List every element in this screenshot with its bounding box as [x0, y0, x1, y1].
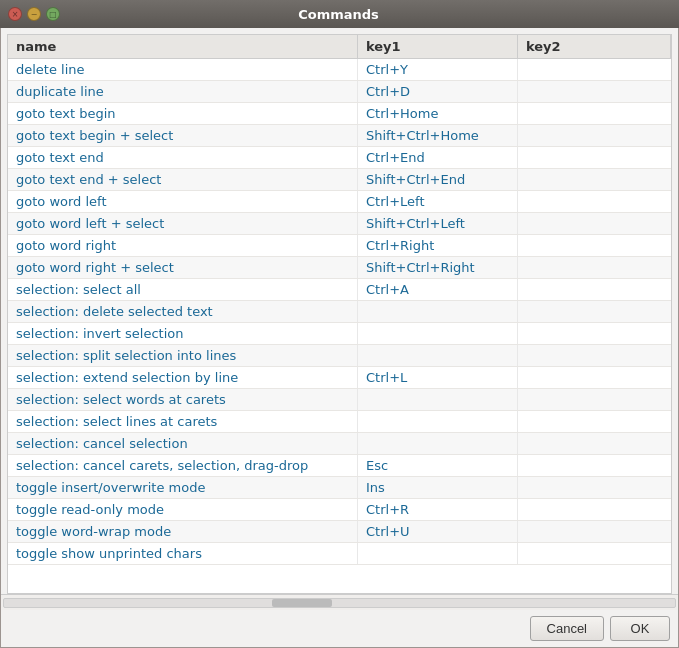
cell-name: goto text begin + select: [8, 125, 358, 146]
cell-key1: Ctrl+R: [358, 499, 518, 520]
cell-key2: [518, 81, 671, 102]
cell-key1: [358, 411, 518, 432]
close-button[interactable]: ×: [8, 7, 22, 21]
cell-name: selection: cancel selection: [8, 433, 358, 454]
cell-name: goto word left + select: [8, 213, 358, 234]
title-bar: × − □ Commands: [0, 0, 679, 28]
table-row[interactable]: goto word rightCtrl+Right: [8, 235, 671, 257]
table-row[interactable]: goto text begin + selectShift+Ctrl+Home: [8, 125, 671, 147]
cell-key2: [518, 213, 671, 234]
cell-name: toggle show unprinted chars: [8, 543, 358, 564]
cell-key1: Ins: [358, 477, 518, 498]
cell-key1: Ctrl+Home: [358, 103, 518, 124]
table-row[interactable]: toggle show unprinted chars: [8, 543, 671, 565]
maximize-button[interactable]: □: [46, 7, 60, 21]
table-row[interactable]: selection: select words at carets: [8, 389, 671, 411]
cell-key1: Ctrl+Right: [358, 235, 518, 256]
cell-key2: [518, 59, 671, 80]
cell-key2: [518, 169, 671, 190]
cell-key2: [518, 301, 671, 322]
cell-key2: [518, 521, 671, 542]
table-row[interactable]: goto text end + selectShift+Ctrl+End: [8, 169, 671, 191]
cell-key2: [518, 323, 671, 344]
table-row[interactable]: goto text endCtrl+End: [8, 147, 671, 169]
cell-key2: [518, 257, 671, 278]
table-row[interactable]: selection: split selection into lines: [8, 345, 671, 367]
ok-button[interactable]: OK: [610, 616, 670, 641]
table-row[interactable]: selection: cancel carets, selection, dra…: [8, 455, 671, 477]
cell-key1: Ctrl+Y: [358, 59, 518, 80]
cell-key2: [518, 125, 671, 146]
horizontal-scrollbar[interactable]: [1, 594, 678, 610]
table-row[interactable]: goto word left + selectShift+Ctrl+Left: [8, 213, 671, 235]
cell-key1: Ctrl+Left: [358, 191, 518, 212]
cell-key1: Ctrl+A: [358, 279, 518, 300]
cell-key2: [518, 499, 671, 520]
minimize-button[interactable]: −: [27, 7, 41, 21]
table-row[interactable]: selection: delete selected text: [8, 301, 671, 323]
cell-key1: Ctrl+U: [358, 521, 518, 542]
cell-name: toggle read-only mode: [8, 499, 358, 520]
cell-key1: [358, 301, 518, 322]
cell-name: goto text end + select: [8, 169, 358, 190]
table-row[interactable]: delete lineCtrl+Y: [8, 59, 671, 81]
table-row[interactable]: toggle read-only modeCtrl+R: [8, 499, 671, 521]
cell-key1: Shift+Ctrl+Right: [358, 257, 518, 278]
cell-key2: [518, 389, 671, 410]
table-row[interactable]: duplicate lineCtrl+D: [8, 81, 671, 103]
window-body: name key1 key2 delete lineCtrl+Yduplicat…: [0, 28, 679, 648]
cell-name: toggle word-wrap mode: [8, 521, 358, 542]
cell-key1: Esc: [358, 455, 518, 476]
cell-key2: [518, 477, 671, 498]
table-row[interactable]: selection: cancel selection: [8, 433, 671, 455]
cell-key1: [358, 323, 518, 344]
cell-name: goto word right: [8, 235, 358, 256]
cell-name: selection: select words at carets: [8, 389, 358, 410]
cell-key1: [358, 345, 518, 366]
cell-key1: Ctrl+End: [358, 147, 518, 168]
table-row[interactable]: goto word right + selectShift+Ctrl+Right: [8, 257, 671, 279]
title-bar-buttons: × − □: [8, 7, 60, 21]
column-header-key1: key1: [358, 35, 518, 58]
cell-key2: [518, 147, 671, 168]
cell-key2: [518, 455, 671, 476]
table-row[interactable]: selection: select allCtrl+A: [8, 279, 671, 301]
cell-key2: [518, 235, 671, 256]
cell-key2: [518, 191, 671, 212]
table-row[interactable]: goto word leftCtrl+Left: [8, 191, 671, 213]
table-scroll-area[interactable]: delete lineCtrl+Yduplicate lineCtrl+Dgot…: [8, 59, 671, 593]
window-title: Commands: [66, 7, 611, 22]
column-header-name: name: [8, 35, 358, 58]
cell-name: goto text begin: [8, 103, 358, 124]
cell-key2: [518, 103, 671, 124]
table-header: name key1 key2: [8, 35, 671, 59]
table-row[interactable]: selection: extend selection by lineCtrl+…: [8, 367, 671, 389]
cell-name: selection: split selection into lines: [8, 345, 358, 366]
cell-key2: [518, 345, 671, 366]
cell-key1: [358, 543, 518, 564]
hscroll-thumb[interactable]: [272, 599, 332, 607]
cell-name: goto word left: [8, 191, 358, 212]
cell-name: selection: select lines at carets: [8, 411, 358, 432]
cancel-button[interactable]: Cancel: [530, 616, 604, 641]
cell-key2: [518, 433, 671, 454]
cell-name: toggle insert/overwrite mode: [8, 477, 358, 498]
table-row[interactable]: selection: invert selection: [8, 323, 671, 345]
cell-key2: [518, 411, 671, 432]
cell-name: delete line: [8, 59, 358, 80]
cell-name: goto text end: [8, 147, 358, 168]
cell-key2: [518, 367, 671, 388]
cell-key1: [358, 433, 518, 454]
cell-key1: Shift+Ctrl+Home: [358, 125, 518, 146]
table-row[interactable]: toggle word-wrap modeCtrl+U: [8, 521, 671, 543]
hscroll-track[interactable]: [3, 598, 676, 608]
column-header-key2: key2: [518, 35, 671, 58]
table-row[interactable]: goto text beginCtrl+Home: [8, 103, 671, 125]
cell-name: goto word right + select: [8, 257, 358, 278]
cell-key1: Ctrl+L: [358, 367, 518, 388]
table-row[interactable]: toggle insert/overwrite modeIns: [8, 477, 671, 499]
cell-key1: Ctrl+D: [358, 81, 518, 102]
table-row[interactable]: selection: select lines at carets: [8, 411, 671, 433]
cell-name: selection: select all: [8, 279, 358, 300]
bottom-bar: Cancel OK: [1, 610, 678, 647]
